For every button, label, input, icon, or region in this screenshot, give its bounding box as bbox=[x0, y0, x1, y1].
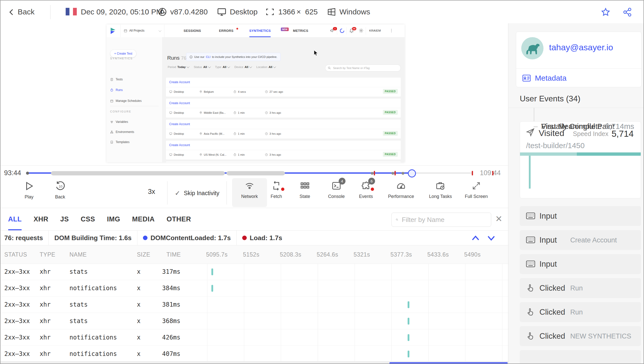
resolution-height: 625 bbox=[305, 1, 318, 23]
filter-label: Type bbox=[215, 65, 221, 69]
network-panel: ALL XHR JS CSS IMG MEDIA OTHER × 76: req… bbox=[1, 208, 508, 364]
project-label: All Projects bbox=[129, 29, 144, 32]
performance-panel-button[interactable]: Performance bbox=[382, 181, 420, 199]
run-list: Create Account Desktop Belgium bbox=[166, 78, 401, 162]
column-header: NAME bbox=[69, 245, 87, 264]
playhead-handle[interactable] bbox=[408, 169, 416, 177]
user-event-card[interactable]: Clicked Run bbox=[520, 278, 641, 298]
search-icon bbox=[328, 66, 331, 70]
clock-icon bbox=[265, 153, 268, 156]
user-event-card[interactable]: Input bbox=[520, 206, 641, 226]
metadata-button[interactable]: Metadata bbox=[522, 74, 566, 82]
gauge-icon bbox=[396, 181, 406, 191]
event-target: Create Account bbox=[570, 236, 617, 244]
network-request-row[interactable]: 2xx–3xx xhr stats x 368ms bbox=[1, 313, 508, 329]
network-request-row[interactable]: 2xx–3xx xhr notifications x 426ms bbox=[1, 329, 508, 346]
jump-previous-button[interactable] bbox=[470, 234, 481, 242]
close-panel-button[interactable]: × bbox=[496, 212, 502, 226]
request-status: 2xx–3xx bbox=[4, 264, 30, 280]
favorite-star-icon[interactable] bbox=[601, 7, 611, 17]
share-icon[interactable] bbox=[622, 7, 632, 17]
time-axis-tick: 5490s bbox=[464, 245, 481, 264]
info-icon bbox=[189, 55, 193, 59]
network-filter-tab[interactable]: JS bbox=[60, 208, 69, 230]
network-filter-box[interactable] bbox=[391, 213, 491, 227]
test-search-input bbox=[333, 66, 398, 70]
time-axis-tick: 5433.6s bbox=[427, 245, 449, 264]
timeline-remaining-line bbox=[412, 173, 473, 173]
request-waterfall-tick bbox=[408, 334, 409, 341]
network-filter-input[interactable] bbox=[401, 216, 487, 224]
back-chevron-icon[interactable] bbox=[8, 8, 16, 16]
skip-inactivity-toggle[interactable]: ✓ Skip Inactivity bbox=[175, 189, 219, 197]
user-event-card[interactable]: Input Create Account bbox=[520, 230, 641, 250]
request-size: x bbox=[137, 346, 140, 362]
id-card-icon bbox=[522, 74, 531, 82]
user-event-card[interactable]: Clicked Run bbox=[520, 302, 641, 322]
network-filter-tab[interactable]: CSS bbox=[81, 208, 95, 230]
sidebar-item-runs: Runs bbox=[110, 88, 123, 92]
run-device: Desktop bbox=[169, 131, 184, 137]
gear-icon bbox=[359, 28, 364, 33]
resolution-icon bbox=[265, 7, 275, 16]
network-filter-tab[interactable]: MEDIA bbox=[132, 208, 155, 230]
network-request-row[interactable]: 2xx–3xx xhr notifications x 407ms bbox=[1, 346, 508, 362]
run-location: Asia Pacific (M... bbox=[199, 131, 225, 137]
briefcase-clock-icon bbox=[435, 181, 445, 191]
inactivity-segment bbox=[227, 171, 285, 175]
user-event-card-partial[interactable] bbox=[520, 350, 641, 364]
back-10s-button[interactable]: 10 Back bbox=[41, 181, 79, 200]
announce-count-badge: 1 bbox=[333, 27, 337, 30]
run-test-name: Create Account bbox=[169, 101, 190, 105]
player-bar: 93:44 109:44 Play bbox=[1, 165, 508, 208]
sidebar-item-tests: Tests bbox=[110, 77, 123, 82]
request-type: xhr bbox=[40, 313, 51, 329]
check-icon: ✓ bbox=[175, 189, 180, 197]
jump-next-button[interactable] bbox=[486, 234, 497, 242]
waterfall-scrollbar[interactable] bbox=[1, 361, 508, 364]
sidebar-item-variables: Variables bbox=[110, 120, 128, 124]
long-tasks-panel-button[interactable]: Long Tasks bbox=[422, 181, 459, 199]
network-request-row[interactable]: 2xx–3xx xhr stats x 381ms bbox=[1, 297, 508, 313]
visited-event-card[interactable]: Visited Speed Index 5,714 /test-builder/… bbox=[520, 121, 641, 198]
network-summary: 76: requests DOM Building Time: 1.6s DOM… bbox=[1, 230, 508, 245]
request-time: 384ms bbox=[162, 280, 180, 296]
full-screen-button[interactable]: Full Screen bbox=[457, 181, 495, 199]
request-waterfall-tick bbox=[211, 285, 213, 292]
session-replay-window: Back Dec 09, 2020, 05:10 PM v87.0.4280 D… bbox=[0, 0, 644, 364]
keyboard-icon bbox=[526, 236, 535, 244]
network-filter-tab[interactable]: ALL bbox=[8, 208, 22, 230]
network-filter-tab[interactable]: IMG bbox=[107, 208, 120, 230]
request-name: stats bbox=[69, 264, 88, 280]
scrollbar-thumb[interactable] bbox=[389, 362, 508, 364]
tab-errors: ERRORS bbox=[219, 25, 233, 37]
user-event-card[interactable]: Input bbox=[520, 254, 641, 274]
filter-control: DeviceAll bbox=[234, 65, 251, 69]
console-count-badge: 4 bbox=[339, 178, 345, 185]
sidebar-item-manage-schedules: Manage Schedules bbox=[110, 99, 142, 103]
dom-content-loaded: DOMContentLoaded: 1.7s bbox=[137, 230, 237, 245]
event-action: Clicked bbox=[539, 284, 565, 293]
request-size: x bbox=[137, 280, 140, 296]
network-filter-tab[interactable]: OTHER bbox=[167, 208, 191, 230]
network-request-row[interactable]: 2xx–3xx xhr stats x 317ms bbox=[1, 264, 508, 280]
monitor-icon bbox=[217, 7, 227, 17]
dcl-dot-icon bbox=[143, 236, 147, 240]
run-card: Create Account Desktop US West (N. Cal..… bbox=[166, 141, 401, 160]
events-panel-button[interactable]: 6 Events bbox=[347, 181, 385, 199]
error-marker bbox=[472, 171, 473, 175]
network-filter-tab[interactable]: XHR bbox=[34, 208, 48, 230]
event-type-icon bbox=[526, 308, 534, 317]
sidebar-item-environments: Environments bbox=[110, 130, 134, 134]
network-request-row[interactable]: 2xx–3xx xhr notifications x 384ms bbox=[1, 280, 508, 297]
run-status-badge: PASSED bbox=[383, 89, 398, 94]
run-test-name: Create Account bbox=[169, 122, 190, 126]
speed-toggle[interactable]: 3x bbox=[148, 188, 155, 196]
monitor-icon bbox=[169, 132, 172, 135]
user-event-card[interactable]: Clicked NEW SYNTHETICS bbox=[520, 326, 641, 346]
cli-banner: Use our CLI to include your Synthetics i… bbox=[186, 53, 281, 61]
metric-dot-icon bbox=[527, 124, 533, 130]
loading-spinner-icon bbox=[339, 28, 345, 33]
error-marker bbox=[492, 171, 493, 175]
back-button[interactable]: Back bbox=[18, 1, 35, 23]
